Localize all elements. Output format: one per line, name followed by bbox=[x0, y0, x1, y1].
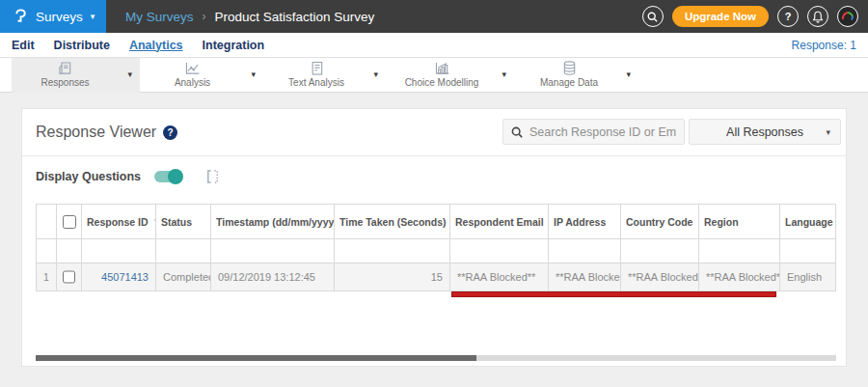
select-all-checkbox[interactable] bbox=[63, 215, 76, 229]
topbar-actions: Upgrade Now ? bbox=[642, 0, 858, 33]
row-checkbox[interactable] bbox=[63, 270, 75, 284]
survey-section-nav: Edit Distribute Analytics Integration Re… bbox=[0, 33, 868, 58]
header-timestamp[interactable]: Timestamp (dd/mm/yyyy)⇅ bbox=[211, 204, 335, 239]
breadcrumb-survey-title: Product Satisfaction Survey bbox=[215, 10, 375, 24]
response-count-label: Response: 1 bbox=[792, 39, 856, 52]
toolbar-item-manage-data[interactable]: Manage Data ▾ bbox=[521, 58, 638, 93]
bell-icon bbox=[812, 11, 824, 23]
filter-cell[interactable] bbox=[549, 239, 621, 263]
header-language[interactable]: Language bbox=[780, 204, 836, 239]
header-time-taken[interactable]: Time Taken (Seconds)⇅ bbox=[335, 204, 450, 239]
table-row: 1 45071413 Completed 09/12/2019 13:12:45… bbox=[36, 263, 836, 291]
row-number-cell: 1 bbox=[36, 263, 57, 291]
response-id-cell: 45071413 bbox=[82, 263, 156, 291]
filter-cell[interactable] bbox=[335, 239, 450, 263]
chevron-down-icon[interactable]: ▾ bbox=[251, 69, 256, 79]
filter-cell[interactable] bbox=[621, 239, 699, 263]
chevron-down-icon: ▾ bbox=[826, 127, 830, 137]
product-name: Surveys bbox=[36, 10, 83, 24]
chevron-down-icon[interactable]: ▾ bbox=[626, 69, 631, 79]
filter-cell[interactable] bbox=[211, 239, 335, 263]
account-avatar[interactable] bbox=[837, 6, 858, 27]
analytics-toolbar: Responses ▾ Analysis ▾ Text Analysis ▾ C… bbox=[0, 58, 868, 93]
header-region[interactable]: Region bbox=[699, 204, 780, 239]
header-row-number bbox=[36, 204, 57, 239]
toolbar-item-label: Choice Modelling bbox=[405, 77, 479, 88]
row-select-cell bbox=[57, 263, 82, 291]
display-questions-toggle[interactable] bbox=[154, 171, 180, 182]
text-analysis-icon bbox=[308, 60, 326, 77]
filter-cell bbox=[36, 239, 57, 263]
horizontal-scrollbar[interactable] bbox=[36, 355, 836, 361]
column-freeze-icon[interactable] bbox=[205, 169, 220, 184]
toolbar-item-text-analysis[interactable]: Text Analysis ▾ bbox=[268, 58, 386, 93]
ip-address-cell: **RAA Blocked** bbox=[549, 263, 621, 291]
red-annotation-underline bbox=[451, 291, 776, 297]
toolbar-item-choice-modelling[interactable]: Choice Modelling ▾ bbox=[391, 58, 514, 93]
timestamp-cell: 09/12/2019 13:12:45 bbox=[211, 263, 335, 291]
search-icon bbox=[647, 12, 658, 22]
choice-modelling-icon bbox=[433, 60, 451, 77]
response-filter-dropdown[interactable]: All Responses ▾ bbox=[689, 119, 841, 145]
questionpro-logo-icon bbox=[14, 8, 27, 26]
chevron-down-icon[interactable]: ▾ bbox=[127, 69, 132, 79]
header-response-id[interactable]: Response ID▼ bbox=[82, 204, 156, 239]
response-search bbox=[502, 119, 685, 145]
avatar-logo-icon bbox=[840, 9, 855, 24]
filter-selected-value: All Responses bbox=[726, 125, 803, 139]
nav-tab-analytics[interactable]: Analytics bbox=[129, 39, 183, 52]
product-switcher[interactable]: Surveys ▾ bbox=[0, 0, 106, 33]
breadcrumb: My Surveys › Product Satisfaction Survey bbox=[125, 10, 374, 24]
chevron-down-icon[interactable]: ▾ bbox=[502, 69, 506, 79]
upgrade-now-button[interactable]: Upgrade Now bbox=[672, 6, 769, 27]
divider bbox=[22, 155, 846, 156]
header-select-all bbox=[57, 204, 82, 239]
responses-table: Response ID▼ Status Timestamp (dd/mm/yyy… bbox=[36, 204, 836, 291]
scrollbar-thumb[interactable] bbox=[36, 355, 476, 361]
toolbar-item-label: Manage Data bbox=[540, 77, 598, 88]
global-search-button[interactable] bbox=[642, 6, 664, 27]
toolbar-item-analysis[interactable]: Analysis ▾ bbox=[143, 58, 263, 93]
analysis-icon bbox=[183, 60, 202, 77]
toolbar-item-responses[interactable]: Responses ▾ bbox=[12, 58, 140, 93]
chevron-down-icon: ▾ bbox=[91, 12, 95, 21]
search-input[interactable] bbox=[529, 125, 676, 139]
status-cell: Completed bbox=[156, 263, 211, 291]
filter-cell[interactable] bbox=[82, 239, 156, 263]
header-country-code[interactable]: Country Code bbox=[621, 204, 699, 239]
header-status[interactable]: Status bbox=[156, 204, 211, 239]
notifications-button[interactable] bbox=[807, 6, 828, 27]
manage-data-icon bbox=[560, 60, 579, 77]
region-cell: **RAA Blocked** bbox=[699, 263, 780, 291]
country-code-cell: **RAA Blocked** bbox=[621, 263, 699, 291]
response-viewer-card: Response Viewer ? All Responses ▾ Displa… bbox=[21, 108, 847, 367]
top-navbar: Surveys ▾ My Surveys › Product Satisfact… bbox=[0, 0, 868, 33]
filter-cell[interactable] bbox=[450, 239, 549, 263]
filter-cell[interactable] bbox=[699, 239, 780, 263]
time-taken-cell: 15 bbox=[335, 263, 450, 291]
response-id-link[interactable]: 45071413 bbox=[101, 271, 149, 283]
responses-icon bbox=[56, 60, 74, 77]
breadcrumb-my-surveys[interactable]: My Surveys bbox=[125, 10, 194, 24]
filter-cell bbox=[57, 239, 82, 263]
header-ip-address[interactable]: IP Address bbox=[549, 204, 621, 239]
chevron-down-icon[interactable]: ▾ bbox=[373, 69, 378, 79]
toggle-knob bbox=[168, 169, 183, 184]
toolbar-item-label: Analysis bbox=[175, 77, 210, 88]
display-questions-label: Display Questions bbox=[36, 170, 141, 183]
page-title: Response Viewer bbox=[36, 124, 156, 141]
nav-tab-edit[interactable]: Edit bbox=[12, 39, 35, 52]
toolbar-item-label: Text Analysis bbox=[288, 77, 344, 88]
help-button[interactable]: ? bbox=[777, 6, 799, 27]
nav-tab-distribute[interactable]: Distribute bbox=[54, 39, 110, 52]
language-cell: English bbox=[780, 263, 836, 291]
header-respondent-email[interactable]: Respondent Email bbox=[450, 204, 549, 239]
table-header-row: Response ID▼ Status Timestamp (dd/mm/yyy… bbox=[36, 204, 836, 239]
viewer-help-icon[interactable]: ? bbox=[163, 125, 177, 140]
respondent-email-cell: **RAA Blocked** bbox=[450, 263, 549, 291]
filter-cell[interactable] bbox=[156, 239, 211, 263]
table-filter-row bbox=[36, 239, 836, 263]
nav-tab-integration[interactable]: Integration bbox=[203, 39, 265, 52]
filter-cell[interactable] bbox=[780, 239, 836, 263]
toolbar-item-label: Responses bbox=[41, 77, 89, 88]
